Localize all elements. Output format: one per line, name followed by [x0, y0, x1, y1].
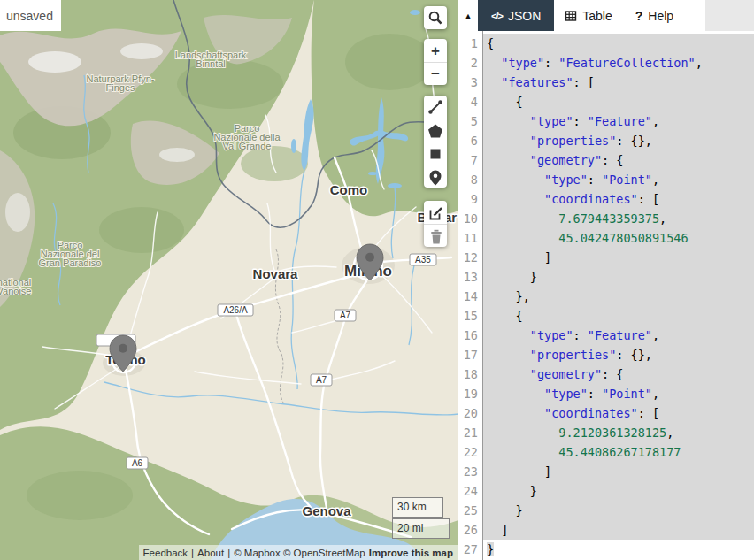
- code-line[interactable]: "coordinates": [: [483, 403, 754, 423]
- code-line[interactable]: ]: [483, 520, 754, 540]
- line-number: 13: [458, 267, 478, 287]
- code-line[interactable]: ]: [483, 248, 754, 267]
- tab-table-label: Table: [582, 9, 612, 23]
- copyright-text[interactable]: © Mapbox © OpenStreetMap: [234, 548, 365, 558]
- code-line[interactable]: {: [483, 92, 754, 111]
- park-label: Vanoise: [0, 286, 31, 296]
- svg-text:A7: A7: [316, 375, 327, 385]
- park-label: Finges: [105, 82, 135, 93]
- line-number: 1: [458, 34, 478, 53]
- trash-icon: [426, 226, 445, 246]
- line-number: 20: [458, 403, 478, 423]
- code-content[interactable]: { "type": "FeatureCollection", "features…: [483, 31, 754, 560]
- line-number: 9: [458, 189, 478, 209]
- line-number: 11: [458, 228, 478, 248]
- code-line[interactable]: {: [483, 34, 754, 53]
- line-number: 21: [458, 423, 478, 442]
- tabbar-right-filler: [705, 0, 754, 31]
- attribution-bar: Feedback | About | © Mapbox © OpenStreet…: [139, 545, 458, 560]
- line-number-gutter: 1234567891011121314151617181920212223242…: [458, 31, 483, 560]
- code-line[interactable]: }: [483, 540, 754, 559]
- code-line[interactable]: "properties": {},: [483, 131, 754, 150]
- road-badge: A35: [410, 254, 436, 265]
- code-line[interactable]: ]: [483, 462, 754, 481]
- code-icon: </>: [491, 11, 503, 21]
- draw-polygon-button[interactable]: [424, 119, 447, 142]
- line-number: 6: [458, 131, 478, 150]
- park-label: Val Grande: [223, 141, 272, 151]
- table-icon: [565, 10, 577, 22]
- edit-icon: [426, 203, 445, 222]
- code-line[interactable]: 45.042478050891546: [483, 228, 754, 248]
- tab-table[interactable]: Table: [554, 0, 622, 31]
- side-panel: ▲ </> JSON Table ? Help 1234567891011121…: [458, 0, 754, 560]
- code-line[interactable]: }: [483, 267, 754, 287]
- triangle-up-icon: ▲: [465, 12, 473, 20]
- code-line[interactable]: "features": [: [483, 73, 754, 92]
- code-line[interactable]: 7.679443359375,: [483, 209, 754, 228]
- city-label: Genova: [302, 503, 351, 518]
- zoom-in-button[interactable]: +: [424, 39, 447, 62]
- code-line[interactable]: 45.44086267178177: [483, 442, 754, 462]
- draw-line-button[interactable]: [424, 96, 447, 119]
- code-line[interactable]: "type": "Feature",: [483, 326, 754, 345]
- line-number: 23: [458, 462, 478, 481]
- code-line[interactable]: {: [483, 306, 754, 326]
- code-line[interactable]: },: [483, 287, 754, 306]
- feedback-link[interactable]: Feedback: [143, 548, 188, 558]
- road-badge: A7: [335, 310, 356, 321]
- zoom-out-button[interactable]: −: [424, 62, 447, 85]
- draw-rectangle-button[interactable]: [424, 142, 447, 165]
- svg-text:A26/A: A26/A: [223, 305, 248, 315]
- tab-json[interactable]: </> JSON: [478, 0, 554, 31]
- line-number: 18: [458, 364, 478, 384]
- code-line[interactable]: "geometry": {: [483, 150, 754, 170]
- plus-icon: +: [431, 43, 440, 58]
- json-editor[interactable]: 1234567891011121314151617181920212223242…: [458, 31, 754, 560]
- line-number: 2: [458, 53, 478, 73]
- code-line[interactable]: }: [483, 481, 754, 501]
- code-line[interactable]: "geometry": {: [483, 364, 754, 384]
- code-line[interactable]: }: [483, 501, 754, 520]
- minus-icon: −: [431, 66, 440, 81]
- code-line[interactable]: "type": "Feature",: [483, 111, 754, 131]
- code-line[interactable]: "type": "Point",: [483, 384, 754, 403]
- attribution-separator: |: [227, 548, 230, 558]
- line-number: 26: [458, 520, 478, 540]
- tab-json-label: JSON: [508, 9, 541, 23]
- delete-button[interactable]: [424, 224, 447, 247]
- line-number: 24: [458, 481, 478, 501]
- city-label: Como: [330, 182, 368, 197]
- scale-imperial-label: 20 mi: [397, 522, 423, 534]
- road-badge: A6: [127, 457, 148, 469]
- scale-metric-label: 30 km: [397, 501, 427, 513]
- improve-map-link[interactable]: Improve this map: [369, 548, 453, 558]
- line-number: 3: [458, 73, 478, 92]
- code-line[interactable]: "properties": {},: [483, 345, 754, 364]
- search-button[interactable]: [424, 6, 447, 29]
- line-number: 14: [458, 287, 478, 306]
- about-link[interactable]: About: [197, 548, 224, 558]
- edit-button[interactable]: [424, 201, 447, 224]
- line-icon: [426, 97, 445, 117]
- line-number: 12: [458, 248, 478, 267]
- tabbar-filler: [686, 0, 705, 31]
- code-line[interactable]: "coordinates": [: [483, 189, 754, 209]
- question-icon: ?: [635, 9, 643, 23]
- code-line[interactable]: "type": "FeatureCollection",: [483, 53, 754, 73]
- park-label: Gran Paradiso: [39, 257, 102, 268]
- line-number: 15: [458, 306, 478, 326]
- map-canvas[interactable]: LandschaftsparkBinntalNaturpark Pfyn-Fin…: [0, 0, 458, 560]
- code-line[interactable]: 9.2120361328125,: [483, 423, 754, 442]
- city-label: Novara: [253, 266, 299, 281]
- tab-help[interactable]: ? Help: [623, 0, 686, 31]
- code-line[interactable]: "type": "Point",: [483, 170, 754, 189]
- line-number: 17: [458, 345, 478, 364]
- collapse-panel-button[interactable]: ▲: [458, 0, 478, 31]
- file-status[interactable]: unsaved: [0, 0, 61, 31]
- draw-marker-button[interactable]: [424, 165, 447, 188]
- search-control: [424, 6, 447, 29]
- line-number: 25: [458, 501, 478, 520]
- line-number: 22: [458, 442, 478, 462]
- edit-toolbar: [424, 201, 447, 247]
